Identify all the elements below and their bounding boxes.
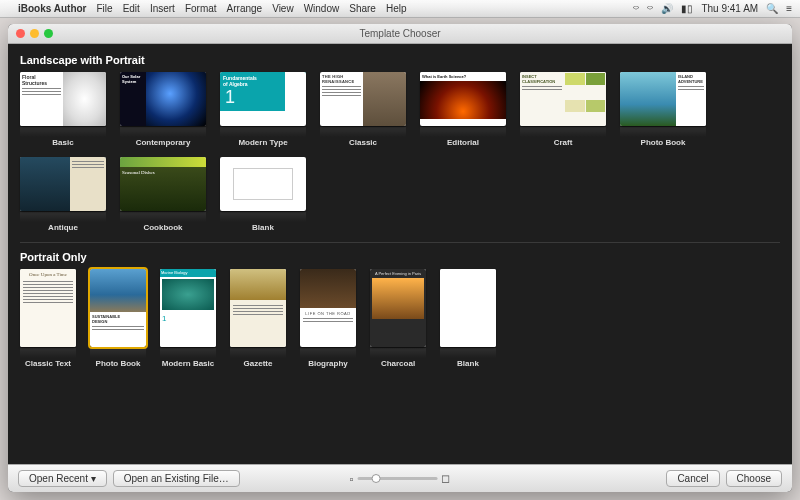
template-antique[interactable]: Antique: [20, 157, 106, 232]
template-blank[interactable]: Blank: [220, 157, 306, 232]
menu-file[interactable]: File: [97, 3, 113, 14]
zoom-small-icon: ▫: [350, 473, 354, 485]
template-label: Contemporary: [136, 138, 191, 147]
template-thumbnail: SUSTAINABLEDESIGN: [90, 269, 146, 347]
template-label: Classic Text: [25, 359, 71, 368]
battery-icon[interactable]: ▮▯: [681, 3, 693, 14]
template-label: Modern Type: [238, 138, 287, 147]
template-label: Craft: [554, 138, 573, 147]
template-thumbnail: FloralStructures: [20, 72, 106, 126]
template-label: Classic: [349, 138, 377, 147]
template-label: Biography: [308, 359, 348, 368]
clock[interactable]: Thu 9:41 AM: [701, 3, 758, 14]
template-charcoal[interactable]: A Perfect Evening in ParisCharcoal: [370, 269, 426, 368]
template-label: Antique: [48, 223, 78, 232]
template-biography[interactable]: LIFE ON THE ROADBiography: [300, 269, 356, 368]
template-chooser-window: Template Chooser Landscape with Portrait…: [8, 24, 792, 492]
template-label: Gazette: [244, 359, 273, 368]
template-thumbnail: [440, 269, 496, 347]
template-craft[interactable]: INSECTCLASSIFICATIONCraft: [520, 72, 606, 147]
volume-icon[interactable]: 🔊: [661, 3, 673, 14]
template-classic-text[interactable]: Once Upon a TimeClassic Text: [20, 269, 76, 368]
template-thumbnail: LIFE ON THE ROAD: [300, 269, 356, 347]
template-thumbnail: Once Upon a Time: [20, 269, 76, 347]
template-label: Modern Basic: [162, 359, 214, 368]
template-label: Photo Book: [641, 138, 686, 147]
wifi-icon[interactable]: ⌔: [647, 3, 653, 14]
template-thumbnail: Marine Biology1: [160, 269, 216, 347]
open-existing-button[interactable]: Open an Existing File…: [113, 470, 240, 487]
template-label: Photo Book: [96, 359, 141, 368]
template-basic[interactable]: FloralStructuresBasic: [20, 72, 106, 147]
template-thumbnail: [230, 269, 286, 347]
portrait-grid: Once Upon a TimeClassic TextSUSTAINABLED…: [20, 269, 780, 368]
menubar: iBooks Author File Edit Insert Format Ar…: [0, 0, 800, 18]
template-thumbnail: [20, 157, 106, 211]
template-editorial[interactable]: What is Earth Science?Editorial: [420, 72, 506, 147]
template-cookbook[interactable]: Seasonal DishesCookbook: [120, 157, 206, 232]
zoom-slider[interactable]: [357, 477, 437, 480]
menu-arrange[interactable]: Arrange: [227, 3, 263, 14]
landscape-grid: FloralStructuresBasicOur SolarSystemCont…: [20, 72, 780, 232]
zoom-large-icon: ◻: [441, 472, 450, 485]
choose-button[interactable]: Choose: [726, 470, 782, 487]
template-photo-book[interactable]: ISLANDADVENTUREPhoto Book: [620, 72, 706, 147]
template-thumbnail: Seasonal Dishes: [120, 157, 206, 211]
template-thumbnail: INSECTCLASSIFICATION: [520, 72, 606, 126]
app-name[interactable]: iBooks Author: [18, 3, 87, 14]
menu-edit[interactable]: Edit: [123, 3, 140, 14]
template-thumbnail: A Perfect Evening in Paris: [370, 269, 426, 347]
bottombar: Open Recent ▾ Open an Existing File… ▫ ◻…: [8, 464, 792, 492]
menu-share[interactable]: Share: [349, 3, 376, 14]
template-thumbnail: [220, 157, 306, 211]
section-divider: [20, 242, 780, 243]
menu-format[interactable]: Format: [185, 3, 217, 14]
template-gazette[interactable]: Gazette: [230, 269, 286, 368]
titlebar: Template Chooser: [8, 24, 792, 44]
spotlight-icon[interactable]: 🔍: [766, 3, 778, 14]
template-label: Blank: [457, 359, 479, 368]
chevron-down-icon: ▾: [91, 473, 96, 484]
bluetooth-icon[interactable]: ⌔: [633, 3, 639, 14]
template-thumbnail: ISLANDADVENTURE: [620, 72, 706, 126]
cancel-button[interactable]: Cancel: [666, 470, 719, 487]
template-label: Charcoal: [381, 359, 415, 368]
template-modern-basic[interactable]: Marine Biology1Modern Basic: [160, 269, 216, 368]
menu-insert[interactable]: Insert: [150, 3, 175, 14]
window-title: Template Chooser: [8, 28, 792, 39]
template-thumbnail: Fundamentalsof Algebra1: [220, 72, 306, 126]
template-blank[interactable]: Blank: [440, 269, 496, 368]
content-area: Landscape with Portrait FloralStructures…: [8, 44, 792, 464]
template-photo-book[interactable]: SUSTAINABLEDESIGNPhoto Book: [90, 269, 146, 368]
template-thumbnail: Our SolarSystem: [120, 72, 206, 126]
menu-help[interactable]: Help: [386, 3, 407, 14]
menu-window[interactable]: Window: [304, 3, 340, 14]
open-recent-button[interactable]: Open Recent ▾: [18, 470, 107, 487]
menu-view[interactable]: View: [272, 3, 294, 14]
template-label: Blank: [252, 223, 274, 232]
template-contemporary[interactable]: Our SolarSystemContemporary: [120, 72, 206, 147]
template-modern-type[interactable]: Fundamentalsof Algebra1Modern Type: [220, 72, 306, 147]
template-thumbnail: THE HIGHRENAISSANCE: [320, 72, 406, 126]
thumbnail-zoom: ▫ ◻: [350, 472, 451, 485]
template-label: Editorial: [447, 138, 479, 147]
template-thumbnail: What is Earth Science?: [420, 72, 506, 126]
section-portrait-title: Portrait Only: [20, 251, 780, 263]
section-landscape-title: Landscape with Portrait: [20, 54, 780, 66]
template-label: Basic: [52, 138, 73, 147]
template-label: Cookbook: [143, 223, 182, 232]
template-classic[interactable]: THE HIGHRENAISSANCEClassic: [320, 72, 406, 147]
notifications-icon[interactable]: ≡: [786, 3, 792, 14]
